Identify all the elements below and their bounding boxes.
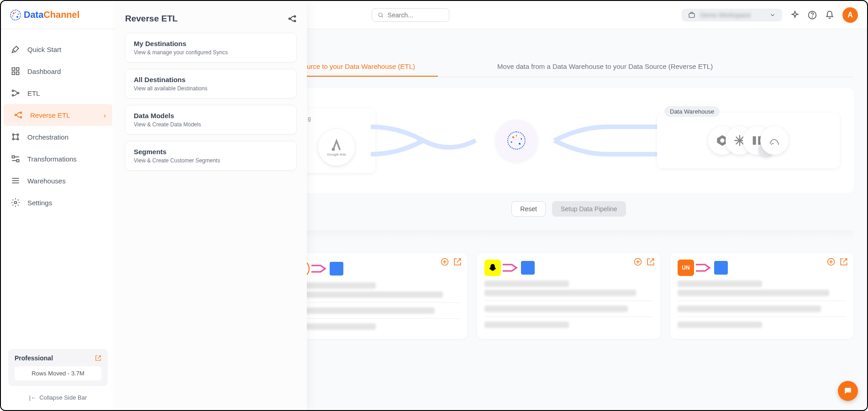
svg-point-24 (15, 202, 17, 204)
blurred-text (484, 306, 628, 312)
blurred-text (678, 290, 829, 296)
workspace-name: Demo Workspace (700, 11, 765, 19)
plus-circle-icon[interactable] (441, 258, 449, 266)
submenu-header: Reverse ETL (125, 14, 297, 24)
external-link-icon[interactable] (453, 258, 462, 266)
card-title: Segments (134, 148, 288, 156)
svg-point-26 (294, 20, 295, 21)
rocket-icon (11, 45, 20, 54)
sidebar-item-quick-start[interactable]: Quick Start (1, 38, 115, 60)
flow-arrow-icon (311, 262, 328, 276)
submenu-card-segments[interactable]: Segments View & Create Customer Segments (125, 141, 297, 171)
sidebar-item-settings[interactable]: Settings (1, 192, 115, 213)
svg-point-25 (294, 16, 295, 17)
google-ads-icon[interactable]: Google Ads (318, 129, 355, 166)
flow-arrow-icon (503, 261, 519, 275)
sidebar-label: Warehouses (27, 177, 66, 185)
sidebar-item-warehouses[interactable]: Warehouses (1, 170, 115, 192)
external-link-icon[interactable] (647, 258, 655, 266)
flow-arrow-icon (696, 261, 712, 275)
svg-line-1 (382, 16, 383, 17)
svg-rect-2 (689, 13, 694, 17)
tab-etl[interactable]: urce to your Data Warehouse (ETL) (284, 58, 438, 77)
tab-reverse-etl[interactable]: Move data from a Data Warehouse to your … (438, 58, 736, 77)
logo-text-2: Channel (43, 10, 79, 20)
card-desc: View all available Destinations (134, 85, 288, 92)
flow-connector-left (371, 127, 476, 154)
blurred-text (291, 307, 435, 314)
svg-point-10 (12, 94, 14, 96)
svg-rect-31 (753, 136, 756, 145)
sparkle-icon[interactable] (790, 10, 800, 20)
svg-point-13 (20, 116, 21, 118)
user-avatar[interactable]: A (842, 7, 858, 23)
connection-card[interactable] (284, 253, 467, 339)
svg-rect-6 (16, 68, 19, 71)
card-desc: View & Create Customer Segments (134, 157, 288, 164)
plan-card: Professional Rows Moved - 3.7M (8, 349, 108, 386)
blurred-text (484, 290, 636, 296)
sidebar-item-reverse-etl[interactable]: Reverse ETL (4, 104, 112, 126)
logo-icon (10, 10, 21, 21)
datachannel-node (496, 120, 537, 161)
global-search[interactable] (372, 8, 449, 22)
svg-point-9 (12, 90, 14, 91)
card-title: My Destinations (134, 40, 288, 47)
svg-point-16 (17, 134, 18, 135)
transformations-icon (11, 154, 20, 163)
svg-rect-5 (12, 68, 15, 71)
svg-point-12 (20, 112, 21, 113)
plus-circle-icon[interactable] (634, 258, 642, 266)
workspace-dropdown[interactable]: Demo Workspace (682, 9, 782, 21)
sidebar-item-orchestration[interactable]: Orchestration (1, 126, 115, 148)
sidebar-label: Settings (27, 199, 52, 207)
svg-point-28 (332, 147, 335, 151)
sidebar-label: Dashboard (27, 68, 61, 75)
sidebar-label: ETL (27, 89, 40, 97)
sidebar-label: Quick Start (27, 46, 61, 53)
plan-name: Professional (15, 354, 101, 362)
connection-card[interactable]: UN (670, 253, 853, 339)
svg-point-17 (12, 138, 14, 140)
collapse-icon: |← (29, 394, 37, 401)
external-link-icon[interactable] (840, 258, 848, 266)
blurred-text (678, 322, 762, 328)
submenu-card-all-destinations[interactable]: All Destinations View all available Dest… (125, 69, 297, 99)
submenu-card-data-models[interactable]: Data Models View & Create Data Models (125, 105, 297, 135)
svg-rect-7 (12, 72, 15, 75)
get-started-heading: ted! (284, 40, 853, 51)
warehouse-label: Data Warehouse (664, 106, 720, 117)
warehouses-icon (11, 176, 20, 185)
bell-icon[interactable] (825, 10, 834, 20)
reverse-etl-icon (14, 110, 23, 120)
reset-button[interactable]: Reset (511, 201, 546, 217)
reverse-etl-icon (288, 14, 297, 23)
divider-bar (284, 230, 853, 239)
setup-pipeline-button[interactable]: Setup Data Pipeline (552, 201, 626, 217)
svg-point-27 (289, 18, 290, 19)
submenu-card-my-destinations[interactable]: My Destinations View & manage your confi… (125, 33, 297, 62)
svg-point-14 (15, 114, 16, 115)
connection-card[interactable] (477, 253, 660, 339)
collapse-sidebar-button[interactable]: |← Collapse Side Bar (8, 394, 108, 401)
sidebar-item-dashboard[interactable]: Dashboard (1, 60, 115, 82)
svg-point-11 (17, 92, 19, 94)
external-link-icon[interactable] (95, 355, 101, 361)
rows-moved-stat: Rows Moved - 3.7M (15, 366, 101, 380)
search-input[interactable] (388, 11, 443, 19)
destination-logo-icon (714, 261, 728, 275)
logo-icon (507, 131, 526, 150)
chat-fab-button[interactable] (838, 381, 858, 401)
connection-cards: UN (284, 253, 853, 339)
blurred-text (484, 322, 569, 328)
sidebar-item-transformations[interactable]: Transformations (1, 148, 115, 170)
mysql-icon[interactable] (760, 126, 789, 155)
google-ads-logo-icon (330, 139, 343, 151)
sidebar-item-etl[interactable]: ETL (1, 82, 115, 104)
plus-circle-icon[interactable] (827, 258, 835, 266)
help-icon[interactable] (808, 10, 817, 20)
chevron-down-icon (769, 12, 776, 18)
blurred-text (484, 281, 569, 287)
svg-point-4 (812, 16, 813, 17)
svg-point-15 (12, 134, 14, 135)
